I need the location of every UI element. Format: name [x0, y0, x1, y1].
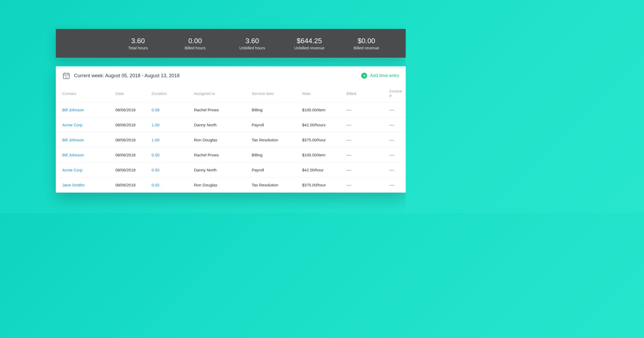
contact-link[interactable]: Acme Corp — [62, 168, 82, 172]
cell-assigned-to: Rachel Prows — [191, 148, 248, 163]
cell-billed: — — [343, 148, 386, 163]
duration-link[interactable]: 1.00 — [152, 123, 159, 127]
contact-link[interactable]: Acme Corp — [62, 123, 82, 127]
cell-invoice: — — [386, 133, 406, 148]
cell-service-item: Tax Resolution — [248, 178, 299, 193]
cell-service-item: Billing — [248, 148, 299, 163]
table-row[interactable]: Acme Corp08/06/20181.00Danny NorthPayrol… — [56, 117, 406, 133]
cell-assigned-to: Danny North — [191, 163, 248, 178]
cell-billed: — — [343, 163, 386, 178]
contact-link[interactable]: Bill Johnson — [62, 138, 84, 142]
stat-unbilled-hours: 3.60 Unbilled hours — [224, 37, 281, 50]
cell-rate: $100.00/item — [299, 148, 343, 163]
cell-billed: — — [343, 117, 386, 133]
cell-service-item: Tax Resolution — [248, 133, 299, 148]
col-assigned-to[interactable]: Assigned to — [191, 84, 248, 102]
cell-rate: $42.00/hours — [299, 117, 343, 133]
cell-date: 08/06/2018 — [112, 133, 148, 148]
stat-value: $644.25 — [281, 37, 338, 45]
duration-link[interactable]: 0.50 — [152, 153, 159, 157]
add-time-entry-button[interactable]: + Add time entry — [361, 73, 399, 79]
stat-value: 3.60 — [109, 37, 167, 45]
add-time-entry-label: Add time entry — [370, 73, 399, 78]
table-row[interactable]: Bill Johnson08/06/20180.58Rachel ProwsBi… — [56, 102, 406, 117]
cell-billed: — — [343, 102, 386, 117]
week-label: Current week: August 05, 2018 - August 1… — [74, 73, 180, 79]
cell-invoice: — — [386, 148, 406, 163]
cell-invoice: — — [386, 178, 406, 193]
time-entries-card: 31 Current week: August 05, 2018 - Augus… — [56, 66, 406, 193]
plus-circle-icon: + — [361, 73, 367, 79]
duration-link[interactable]: 0.58 — [152, 108, 159, 112]
table-row[interactable]: Jane Smithn08/06/20180.02Ron DouglasTax … — [56, 178, 406, 193]
cell-date: 08/06/2018 — [112, 178, 148, 193]
stat-value: 0.00 — [167, 37, 224, 45]
stats-bar: 3.60 Total hours 0.00 Billed hours 3.60 … — [56, 29, 406, 58]
cell-assigned-to: Danny North — [191, 117, 248, 133]
cell-billed: — — [343, 178, 386, 193]
cell-rate: $375.00/hour — [299, 178, 343, 193]
col-invoice[interactable]: Invoice # — [386, 84, 406, 102]
col-rate[interactable]: Rate — [299, 84, 343, 102]
table-row[interactable]: Acme Corp08/06/20180.50Danny NorthPayrol… — [56, 163, 406, 178]
time-entries-table: Contact Date Duration Assigned to Servic… — [56, 84, 406, 193]
col-duration[interactable]: Duration — [148, 84, 191, 102]
stat-label: Total hours — [109, 46, 167, 50]
stat-billed-hours: 0.00 Billed hours — [167, 37, 224, 50]
contact-link[interactable]: Jane Smithn — [62, 183, 85, 187]
cell-date: 08/06/2018 — [112, 148, 148, 163]
cell-invoice: — — [386, 163, 406, 178]
duration-link[interactable]: 1.00 — [152, 138, 159, 142]
cell-billed: — — [343, 133, 386, 148]
duration-link[interactable]: 0.50 — [152, 168, 159, 172]
stat-label: Unbilled hours — [224, 46, 281, 50]
calendar-icon: 31 — [62, 72, 70, 80]
cell-date: 08/06/2018 — [112, 102, 148, 117]
duration-link[interactable]: 0.02 — [152, 183, 159, 187]
col-billed[interactable]: Billed — [343, 84, 386, 102]
week-selector[interactable]: 31 Current week: August 05, 2018 - Augus… — [62, 72, 180, 80]
cell-invoice: — — [386, 117, 406, 133]
cell-rate: $42.00/hour — [299, 163, 343, 178]
cell-invoice: — — [386, 102, 406, 117]
table-header: 31 Current week: August 05, 2018 - Augus… — [56, 66, 406, 84]
cell-date: 08/06/2018 — [112, 163, 148, 178]
col-service-item[interactable]: Service item — [248, 84, 299, 102]
stat-value: 3.60 — [224, 37, 281, 45]
cell-rate: $375.00/hour — [299, 133, 343, 148]
table-row[interactable]: Bill Johnson08/06/20181.00Ron DouglasTax… — [56, 133, 406, 148]
cell-assigned-to: Ron Douglas — [191, 178, 248, 193]
stat-billed-revenue: $0.00 Billed revenue — [338, 37, 395, 50]
svg-text:31: 31 — [65, 76, 68, 78]
stat-label: Billed revenue — [338, 46, 395, 50]
cell-rate: $100.00/item — [299, 102, 343, 117]
cell-assigned-to: Ron Douglas — [191, 133, 248, 148]
stat-unbilled-revenue: $644.25 Unbilled revenue — [281, 37, 338, 50]
contact-link[interactable]: Bill Johnson — [62, 153, 84, 157]
contact-link[interactable]: Bill Johnson — [62, 108, 84, 112]
stat-total-hours: 3.60 Total hours — [109, 37, 167, 50]
cell-assigned-to: Rachel Prows — [191, 102, 248, 117]
stat-label: Billed hours — [167, 46, 224, 50]
table-row[interactable]: Bill Johnson08/06/20180.50Rachel ProwsBi… — [56, 148, 406, 163]
cell-service-item: Payroll — [248, 163, 299, 178]
stat-label: Unbilled revenue — [281, 46, 338, 50]
cell-service-item: Billing — [248, 102, 299, 117]
stat-value: $0.00 — [338, 37, 395, 45]
col-date[interactable]: Date — [112, 84, 148, 102]
col-contact[interactable]: Contact — [56, 84, 112, 102]
cell-service-item: Payroll — [248, 117, 299, 133]
cell-date: 08/06/2018 — [112, 117, 148, 133]
